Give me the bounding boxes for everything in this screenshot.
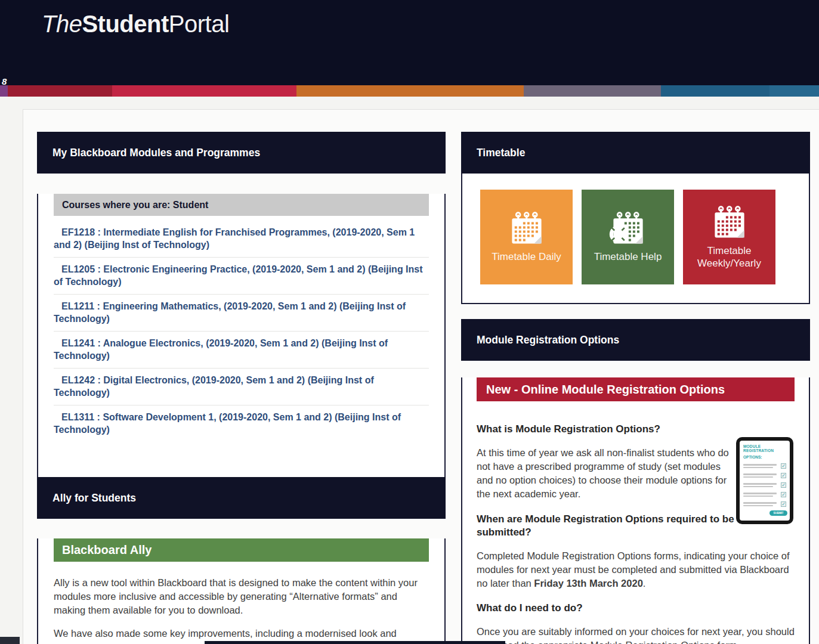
line-placeholder (743, 493, 777, 497)
illustration-row: ✓ (743, 482, 786, 488)
timetable-help-label: Timetable Help (594, 250, 662, 263)
course-link[interactable]: EL1205 : Electronic Engineering Practice… (54, 258, 429, 295)
illustration-row: ✓ (743, 492, 786, 497)
ally-panel-header: Ally for Students (37, 477, 446, 519)
line-placeholder (743, 464, 777, 468)
checkbox-icon: ✓ (781, 463, 786, 469)
checkbox-icon: ✓ (781, 473, 786, 478)
line-placeholder (743, 502, 777, 506)
illustration-row: ✓ (743, 473, 786, 478)
illustration-subtitle: OPTIONS: (743, 455, 786, 459)
brand-logo: TheStudentPortal (42, 11, 229, 38)
brand-logo-the: The (42, 11, 82, 37)
window-edge-artifact (205, 641, 505, 644)
timetable-panel-header: Timetable (461, 132, 810, 174)
calendar-icon (710, 205, 749, 240)
checkbox-icon: ✓ (781, 492, 786, 497)
reg-q2-text-suffix: . (643, 578, 646, 589)
page-overlay-digit: 8 (2, 76, 7, 86)
course-filter-bar: Courses where you are: Student (54, 194, 429, 216)
timetable-panel-body: Timetable Daily (461, 174, 810, 304)
reg-q2-paragraph: Completed Module Registration Options fo… (477, 549, 795, 590)
modules-panel: My Blackboard Modules and Programmes Cou… (37, 132, 446, 482)
modules-panel-body: Courses where you are: Student EF1218 : … (37, 194, 446, 482)
module-registration-panel: Module Registration Options New - Online… (461, 319, 810, 644)
timetable-daily-label: Timetable Daily (492, 250, 561, 263)
app-header: TheStudentPortal (0, 0, 819, 85)
timetable-panel: Timetable Timetable (461, 132, 810, 304)
ally-panel-title: Ally for Students (52, 492, 136, 504)
checkbox-icon: ✓ (781, 501, 786, 507)
blackboard-ally-banner: Blackboard Ally (54, 538, 429, 562)
modules-panel-title: My Blackboard Modules and Programmes (52, 147, 260, 159)
brand-logo-portal: Portal (169, 11, 230, 37)
timetable-panel-title: Timetable (477, 147, 525, 159)
brand-logo-student: Student (82, 11, 168, 37)
ally-panel-body: Blackboard Ally Ally is a new tool withi… (37, 538, 446, 644)
reg-q3-paragraph: Once you are suitably informed on your c… (477, 625, 795, 644)
module-registration-illustration: MODULE REGISTRATION OPTIONS: ✓ ✓ ✓ ✓ ✓ S… (736, 437, 793, 524)
calendar-help-icon (609, 211, 647, 246)
timetable-help-tile[interactable]: Timetable Help (582, 190, 674, 284)
course-link[interactable]: EL1242 : Digital Electronics, (2019-2020… (54, 369, 429, 405)
course-link[interactable]: EL1311 : Software Development 1, (2019-2… (54, 405, 429, 442)
timetable-daily-tile[interactable]: Timetable Daily (480, 190, 573, 284)
line-placeholder (743, 473, 777, 478)
course-link[interactable]: EL1241 : Analogue Electronics, (2019-202… (54, 332, 429, 369)
module-registration-panel-body: New - Online Module Registration Options… (461, 377, 810, 644)
reg-q1-heading: What is Module Registration Options? (477, 423, 795, 436)
course-list: EF1218 : Intermediate English for Franch… (54, 221, 429, 442)
brand-stripe (0, 85, 819, 97)
reg-q1-paragraph: At this time of year we ask all non-fina… (477, 446, 734, 501)
ally-paragraph: Ally is a new tool within Blackboard tha… (54, 576, 429, 617)
timetable-weekly-yearly-label: Timetable Weekly/Yearly (693, 244, 766, 270)
reg-q3-heading: What do I need to do? (477, 602, 795, 615)
course-link[interactable]: EF1218 : Intermediate English for Franch… (54, 221, 429, 258)
module-registration-panel-header: Module Registration Options (461, 319, 810, 361)
ally-panel: Ally for Students Blackboard Ally Ally i… (37, 477, 446, 644)
new-online-registration-banner: New - Online Module Registration Options (477, 377, 795, 401)
module-registration-panel-title: Module Registration Options (477, 334, 619, 346)
line-placeholder (743, 483, 777, 487)
modules-panel-header: My Blackboard Modules and Programmes (37, 132, 446, 174)
calendar-icon (508, 211, 546, 246)
window-edge-artifact (0, 637, 20, 644)
illustration-row: ✓ (743, 501, 786, 507)
illustration-title: MODULE REGISTRATION (743, 444, 786, 453)
illustration-row: ✓ (743, 463, 786, 469)
course-link[interactable]: EL1211 : Engineering Mathematics, (2019-… (54, 295, 429, 332)
timetable-weekly-yearly-tile[interactable]: Timetable Weekly/Yearly (683, 190, 775, 284)
reg-q2-deadline: Friday 13th March 2020 (534, 578, 643, 589)
ally-paragraph: We have also made some key improvements,… (54, 627, 429, 640)
checkbox-icon: ✓ (781, 482, 786, 488)
submit-button-graphic: SUBMIT (769, 510, 787, 516)
reg-q2-heading: When are Module Registration Options req… (477, 513, 742, 539)
